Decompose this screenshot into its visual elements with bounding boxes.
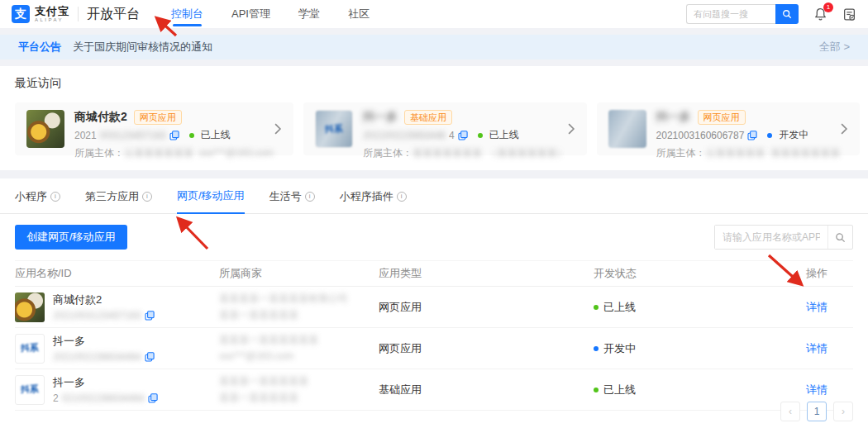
app-avatar-blurred [608,110,646,148]
app-type-badge: 网页应用 [698,110,746,125]
app-name-redacted: 抖一多 [363,110,398,125]
chevron-right-icon[interactable] [840,123,848,135]
merchant-line2-redacted: xxx***@163.com [219,349,379,364]
notifications-button[interactable]: 1 [813,7,827,21]
status-text: 开发中 [603,341,636,356]
chevron-right-icon[interactable] [567,123,575,135]
table-toolbar: 创建网页/移动应用 [0,214,868,260]
app-type-badge: 网页应用 [134,110,182,125]
recent-card-2[interactable]: 抖系 抖一多 基础应用 2021002156634464 已上线 所属主体：某某… [303,102,587,155]
col-header-name-id: 应用名称/ID [15,266,219,281]
tab-web-mobile-app[interactable]: 网页/移动应用 [177,188,245,214]
copy-icon[interactable] [145,311,155,321]
info-icon: i [50,192,60,202]
nav-api-management[interactable]: API管理 [231,0,270,28]
tab-third-party-app[interactable]: 第三方应用i [85,188,152,213]
app-name: 抖一多 [53,375,158,390]
app-search-button[interactable] [827,226,852,249]
owner-redacted: 云某某某某某 [706,147,765,159]
status-dot [767,133,772,138]
owner-redacted: 某某某某某某某 [413,147,482,159]
status-text: 已上线 [201,128,231,142]
merchant-line1-redacted: 某某某一某某某某某 [219,373,379,389]
app-avatar-sunflower [15,292,45,322]
tab-label: 网页/移动应用 [177,188,245,203]
info-icon: i [397,192,407,202]
info-icon: i [305,192,315,202]
app-search-input[interactable] [715,226,827,249]
header-right: 1 [686,4,856,24]
app-id-redacted: 021002156634464 [62,392,145,404]
product-title: 开放平台 [87,6,140,23]
owner2-redacted: 某某某某某某某 [770,147,840,159]
platform-announcement-bar: 平台公告 关于国庆期间审核情况的通知 全部 > [0,35,868,59]
table-header-row: 应用名称/ID 所属商家 应用类型 开发状态 操作 [15,260,853,287]
status-dot [478,133,483,138]
chevron-right-icon[interactable] [274,123,282,135]
header-search-input[interactable] [686,4,775,24]
merchant-line1-redacted: 某某某某一某某某某有限公司 [219,291,379,307]
notification-badge: 1 [823,2,833,12]
merchant-line2-redacted: 某某一某某某某某 [219,307,379,323]
pagination-prev-button[interactable]: ‹ [780,402,800,421]
app-avatar-sunflower [26,110,64,148]
merchant-line1-redacted: 某某某一某某某某某某 [219,332,379,348]
announcement-link[interactable]: 关于国庆期间审核情况的通知 [73,40,212,55]
app-type-badge: 基础应用 [404,110,452,125]
header-search [686,4,799,24]
app-name: 商城付款2 [74,110,127,125]
app-name: 抖一多 [53,334,155,349]
app-logo-tile: 抖系 [15,334,45,364]
copy-icon[interactable] [458,131,468,140]
app-type-tabs: 小程序i 第三方应用i 网页/移动应用 生活号i 小程序插件i [0,178,868,214]
pagination-page-1[interactable]: 1 [807,402,827,421]
col-header-actions: 操作 [806,266,853,281]
todo-list-button[interactable] [842,7,856,21]
status-text: 开发中 [779,128,808,142]
announcement-all-link[interactable]: 全部 > [819,40,850,55]
header-search-button[interactable] [775,4,799,24]
top-header: 支 支付宝 ALIPAY 开放平台 控制台 API管理 学堂 社区 1 [0,0,868,28]
app-id: 2021003160606787 [656,130,745,141]
card-info: 商城付款2 网页应用 2021003123457163 已上线 所属主体：云某某… [74,110,274,160]
create-app-button[interactable]: 创建网页/移动应用 [15,225,127,250]
app-id-prefix: 2 [53,392,59,404]
app-type: 基础应用 [379,383,594,397]
alipay-logo-icon[interactable]: 支 [12,5,30,23]
pagination-next-button[interactable]: › [833,402,853,421]
copy-icon[interactable] [145,352,155,362]
detail-link[interactable]: 详情 [806,383,827,396]
copy-icon[interactable] [747,131,757,140]
owner2-redacted: xxx***@163.com [199,147,274,159]
app-type: 网页应用 [379,341,594,356]
tab-mini-program[interactable]: 小程序i [15,188,60,213]
app-name: 商城付款2 [53,292,155,307]
col-header-app-type: 应用类型 [379,266,594,281]
nav-academy[interactable]: 学堂 [298,0,320,28]
tab-mini-program-plugin[interactable]: 小程序插件i [340,188,407,213]
recent-card-1[interactable]: 商城付款2 网页应用 2021003123457163 已上线 所属主体：云某某… [15,102,293,155]
copy-icon[interactable] [148,393,158,403]
table-row: 抖系 抖一多 2021002156634464 某某某一某某某某某 某某一某某某… [15,369,853,411]
nav-community[interactable]: 社区 [348,0,370,28]
copy-icon[interactable] [169,131,179,140]
detail-link[interactable]: 详情 [806,342,827,354]
detail-link[interactable]: 详情 [806,301,827,313]
status-text: 已上线 [603,300,636,315]
app-id: 2021 [74,130,97,141]
info-icon: i [142,192,152,202]
tab-life-account[interactable]: 生活号i [269,188,315,213]
alipay-logo-glyph: 支 [15,7,26,21]
col-header-dev-status: 开发状态 [594,266,806,281]
recent-visits-panel: 最近访问 商城付款2 网页应用 2021003123457163 已上线 所属主… [0,66,868,170]
recent-card-3[interactable]: 抖一多 网页应用 2021003160606787 开发中 所属主体：云某某某某… [597,102,861,155]
app-logo-text: 抖系 [21,342,39,354]
app-id-redacted: 2021003123457163 [53,310,141,321]
app-name-redacted: 抖一多 [656,110,691,125]
nav-console[interactable]: 控制台 [171,0,203,28]
owner-redacted: 云某某某某某某 [124,147,193,159]
status-dot [189,133,194,138]
app-type: 网页应用 [379,300,594,315]
apps-panel: 小程序i 第三方应用i 网页/移动应用 生活号i 小程序插件i 创建网页/移动应… [0,178,868,428]
app-avatar-blurred: 抖系 [315,110,353,148]
